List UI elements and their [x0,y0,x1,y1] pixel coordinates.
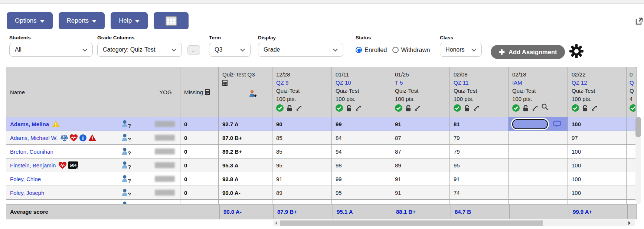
status-enrolled-radio[interactable]: Enrolled [356,46,387,53]
yog-column-header[interactable]: YOG [151,67,180,117]
grade-cell[interactable]: 79 [450,131,509,144]
grade-cell[interactable]: 89 [391,158,450,172]
grade-cell[interactable]: 95 [450,158,509,172]
more-grade-columns-button[interactable]: ... [187,45,200,55]
grade-cell[interactable]: 85 [272,145,332,158]
grade-columns-select[interactable]: Category: Quiz-Test [97,43,182,57]
assignment-link[interactable]: QZ 12 [572,79,587,87]
student-question-icon[interactable]: ? [121,134,131,142]
lock-icon[interactable] [523,105,529,112]
lock-icon[interactable] [346,105,352,112]
student-name-link[interactable]: Adams, Michael W. [10,135,58,141]
assignment-link[interactable]: T 5 [395,79,403,87]
student-question-icon[interactable]: ? [121,147,131,156]
student-name-link[interactable]: Foley, Joseph [10,190,44,196]
students-select[interactable]: All [9,43,93,57]
grade-cell[interactable]: 91 [450,172,509,186]
visible-check-icon[interactable] [572,104,579,112]
student-question-icon[interactable]: ? [121,189,131,197]
grade-cell[interactable]: 100 [568,117,627,131]
grade-cell[interactable]: 81 [450,117,509,131]
visible-check-icon[interactable] [336,104,343,112]
grade-cell[interactable]: 100 [568,172,627,186]
grade-cell[interactable]: 99 [332,172,391,186]
assignment-link[interactable]: IAM [512,79,522,87]
comment-bubble-icon[interactable] [553,121,561,128]
student-question-icon[interactable]: ? [121,120,131,128]
summary-column-header[interactable]: Quiz-Test Q3 [219,67,272,117]
visible-check-icon[interactable] [512,104,520,112]
grade-cell[interactable]: 74 [450,186,509,199]
student-question-icon[interactable]: ? [121,175,131,183]
alert-triangle-icon[interactable] [88,134,96,141]
horizontal-scrollbar[interactable] [273,220,635,226]
grade-cell[interactable]: 97 [568,131,627,144]
missing-cell[interactable]: 0 [180,186,219,199]
grade-cell[interactable]: 91 [391,186,450,199]
grade-input[interactable] [512,119,548,129]
missing-column-header[interactable]: Missing [180,67,219,117]
external-link-icon[interactable] [635,17,643,25]
grade-cell[interactable]: 84 [332,131,391,144]
grade-cell[interactable]: 85 [272,131,332,144]
grade-cell[interactable]: 100 [568,158,627,172]
horizontal-scrollbar-thumb[interactable] [280,220,543,226]
visible-check-icon[interactable] [454,104,461,112]
grade-cell[interactable]: 100 [568,186,627,199]
reports-button[interactable]: Reports [59,12,105,29]
expand-arrows-icon[interactable] [532,105,538,111]
lock-icon[interactable] [405,105,411,112]
term-select[interactable]: Q3 [209,43,251,57]
grade-cell[interactable]: 89 [272,186,332,199]
grade-cell[interactable] [509,172,568,186]
assignment-link[interactable]: Q [630,79,634,87]
grade-cell[interactable] [509,131,568,144]
expand-arrows-icon[interactable] [295,105,302,111]
display-select[interactable]: Grade [258,43,343,57]
scroll-right-arrow-icon[interactable] [628,221,631,225]
medical-alert-icon[interactable] [70,134,78,141]
grade-cell[interactable]: 94 [332,145,391,158]
grid-view-button[interactable] [154,12,189,29]
assignment-link[interactable]: QZ 9 [276,79,288,87]
assignment-link[interactable]: QZ 10 [336,79,351,87]
expand-arrows-icon[interactable] [591,105,598,111]
grade-cell[interactable]: 95 [332,186,391,199]
student-name-link[interactable]: Breton, Counihan [10,148,53,155]
grade-cell[interactable]: 91 [391,117,450,131]
grade-cell[interactable]: 100 [568,145,627,158]
expand-arrows-icon[interactable] [473,105,480,111]
options-button[interactable]: Options [7,12,53,29]
scroll-left-arrow-icon[interactable] [275,221,277,225]
grade-cell[interactable]: 91 [391,172,450,186]
class-select[interactable]: Honors [440,43,482,57]
magnifier-icon[interactable] [541,103,549,111]
term-average-cell[interactable]: 90.0 A- [219,186,272,199]
plan-504-badge-icon[interactable]: 504 [68,161,78,169]
grade-cell[interactable] [509,145,568,158]
name-column-header[interactable]: Name [6,67,151,117]
legal-scales-icon[interactable] [61,134,68,141]
warning-icon[interactable] [52,121,60,127]
vertical-scrollbar[interactable] [635,117,641,204]
missing-cell[interactable]: 0 [180,117,219,131]
student-name-link[interactable]: Finstein, Benjamin [10,162,56,169]
term-average-cell[interactable]: 87.0 B+ [219,131,272,144]
expand-arrows-icon[interactable] [414,105,421,111]
missing-cell[interactable]: 0 [180,145,219,158]
lock-icon[interactable] [464,105,470,112]
lock-icon[interactable] [287,105,292,112]
grade-cell[interactable]: 79 [450,145,509,158]
term-average-cell[interactable]: 95.3 A [219,158,272,172]
assignment-link[interactable]: QZ 11 [454,79,469,87]
grade-cell[interactable]: 98 [332,158,391,172]
gear-icon[interactable] [569,43,584,59]
grade-cell[interactable]: 87 [391,131,450,144]
grade-cell[interactable] [509,186,568,199]
missing-cell[interactable]: 0 [180,172,219,186]
grade-cell[interactable]: 90 [272,117,332,131]
vertical-scrollbar-thumb[interactable] [635,117,641,137]
help-button[interactable]: Help [111,12,148,29]
add-assignment-button[interactable]: Add Assignment [491,45,565,59]
medical-alert-icon[interactable] [59,162,66,169]
